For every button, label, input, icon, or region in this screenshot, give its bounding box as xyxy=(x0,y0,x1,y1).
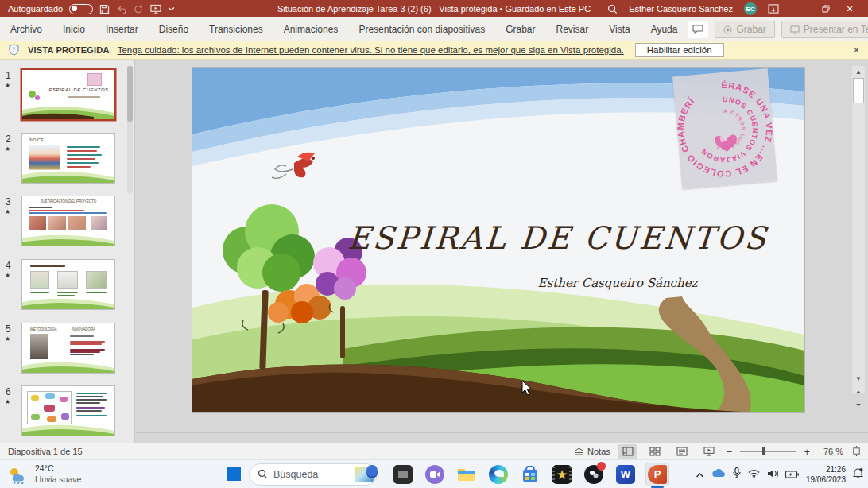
volume-icon[interactable] xyxy=(767,467,778,482)
tab-revisar[interactable]: Revisar xyxy=(546,17,599,41)
edge-browser-icon[interactable] xyxy=(486,463,510,486)
file-explorer-icon[interactable] xyxy=(455,463,479,486)
start-slideshow-icon[interactable] xyxy=(150,4,161,14)
thumb-3-number: 3 xyxy=(6,196,11,207)
tab-animaciones[interactable]: Animaciones xyxy=(273,17,349,41)
slideshow-view-button[interactable] xyxy=(699,444,719,459)
thumbnail-slide-3[interactable]: JUSTIFICACIÓN DEL PROYECTO xyxy=(22,196,114,246)
autosave-toggle[interactable] xyxy=(69,4,93,14)
tab-grabar[interactable]: Grabar xyxy=(495,17,545,41)
tab-vista[interactable]: Vista xyxy=(599,17,640,41)
save-icon[interactable] xyxy=(99,4,110,14)
thumb-1-animation-star: ★ xyxy=(5,82,10,89)
svg-text:ÉRASE UNA VEZ ...EN EL COL: ÉRASE UNA VEZ ...EN EL COLEGIO CHAMBERÍ xyxy=(672,76,777,184)
thumbnail-slide-4[interactable] xyxy=(22,260,114,309)
notification-bell-icon[interactable] xyxy=(853,467,863,482)
scroll-up-icon[interactable]: ▲ xyxy=(852,66,865,77)
svg-text:UNOS CUENTOS VIAJARON: UNOS CUENTOS VIAJARON xyxy=(695,92,762,166)
slide-thumbnail-panel: 1 ★ ESPIRAL DE CUENTOS 2 ★ xyxy=(0,60,135,443)
task-view-app-icon[interactable] xyxy=(391,463,415,486)
redo-icon xyxy=(134,4,144,14)
tray-chevron-icon[interactable] xyxy=(696,467,704,482)
microphone-icon[interactable] xyxy=(733,467,741,482)
tab-diseno[interactable]: Diseño xyxy=(149,17,199,41)
avatar[interactable]: EC xyxy=(744,2,757,15)
tab-transiciones[interactable]: Transiciones xyxy=(199,17,273,41)
thumbnail-scrollbar[interactable] xyxy=(127,66,133,193)
banner-label: VISTA PROTEGIDA xyxy=(28,45,110,55)
zoom-percentage[interactable]: 76 % xyxy=(818,447,843,456)
weather-desc: Lluvia suave xyxy=(35,474,81,485)
video-chat-app-icon[interactable] xyxy=(423,463,447,486)
weather-widget[interactable]: 24°C Lluvia suave xyxy=(0,463,103,484)
reading-view-button[interactable] xyxy=(672,444,692,459)
thumb-6-number: 6 xyxy=(6,386,11,397)
thumbnail-slide-1[interactable]: ESPIRAL DE CUENTOS xyxy=(22,70,114,119)
notes-splitter[interactable] xyxy=(136,432,868,433)
thumbnail-slide-6[interactable] xyxy=(22,386,114,436)
thumbnail-slide-2[interactable]: ÍNDICE xyxy=(22,134,114,183)
zoom-in-icon[interactable]: + xyxy=(804,446,810,458)
weather-icon xyxy=(6,465,30,484)
autosave-label: Autoguardado xyxy=(8,4,63,14)
search-box[interactable]: Búsqueda xyxy=(249,463,378,486)
notes-icon xyxy=(574,447,584,456)
close-button[interactable]: ✕ xyxy=(838,0,862,17)
user-name[interactable]: Esther Casqueiro Sánchez xyxy=(629,4,733,14)
video-editor-app-icon[interactable]: ★ xyxy=(550,463,574,486)
notes-button[interactable]: Notas xyxy=(574,447,610,456)
slide-canvas[interactable]: ÉRASE UNA VEZ ...EN EL COLEGIO CHAMBERÍ … xyxy=(192,68,804,412)
zoom-out-icon[interactable]: − xyxy=(727,446,733,458)
ribbon-tab-bar: Archivo Inicio Insertar Diseño Transicio… xyxy=(0,17,868,41)
slide-scrollbar[interactable]: ▲ ▼ ⏶ ⏷ xyxy=(852,66,865,417)
thumbnail-slide-5[interactable]: METODOLOGÍA INNOVADORA xyxy=(22,323,114,373)
scrollbar-thumb[interactable] xyxy=(853,78,864,103)
tab-presentacion[interactable]: Presentación con diapositivas xyxy=(348,17,495,41)
next-slide-icon[interactable]: ⏷ xyxy=(852,400,865,411)
stamp-heart-icon xyxy=(715,134,738,153)
thumb-4-animation-star: ★ xyxy=(5,272,10,279)
thumb-2-title: ÍNDICE xyxy=(29,137,44,142)
tab-insertar[interactable]: Insertar xyxy=(95,17,149,41)
restore-button[interactable] xyxy=(814,0,838,17)
undo-icon xyxy=(116,4,127,14)
fit-to-window-icon[interactable] xyxy=(851,446,862,458)
slide-sorter-view-button[interactable] xyxy=(645,444,665,459)
banner-close-icon[interactable]: ✕ xyxy=(853,45,860,56)
tab-inicio[interactable]: Inicio xyxy=(52,17,95,41)
title-bar: Situación de Aprendizaje Tarea 3 (2) (6)… xyxy=(0,0,868,17)
ribbon-display-options-icon[interactable] xyxy=(768,4,779,14)
normal-view-button[interactable] xyxy=(618,444,637,459)
obs-recorder-icon[interactable] xyxy=(582,463,606,486)
search-daily-image[interactable] xyxy=(355,467,374,482)
slide-title[interactable]: ESPIRAL DE CUENTOS xyxy=(334,220,781,256)
tray-time: 21:26 xyxy=(806,464,846,474)
enable-editing-button[interactable]: Habilitar edición xyxy=(635,43,724,57)
tab-ayuda[interactable]: Ayuda xyxy=(641,17,688,41)
onedrive-icon[interactable] xyxy=(711,467,726,482)
clock[interactable]: 21:26 19/06/2023 xyxy=(806,464,846,485)
start-button[interactable] xyxy=(227,467,241,481)
story-stamp: ÉRASE UNA VEZ ...EN EL COLEGIO CHAMBERÍ … xyxy=(672,68,777,189)
zoom-slider[interactable] xyxy=(740,451,796,452)
present-in-teams-button: Presentar en Teams xyxy=(781,21,868,38)
taskbar: 24°C Lluvia suave Búsqueda ★ W xyxy=(0,459,868,488)
powerpoint-icon[interactable]: P xyxy=(645,463,669,486)
slide-subtitle[interactable]: Esther Casqueiro Sánchez xyxy=(494,276,741,290)
status-bar: Diapositiva 1 de 15 Notas − + 76 % xyxy=(0,443,868,459)
shield-icon xyxy=(8,44,20,57)
microsoft-store-icon[interactable] xyxy=(518,463,542,486)
wifi-icon[interactable] xyxy=(748,467,760,482)
battery-icon[interactable] xyxy=(785,467,799,482)
word-icon[interactable]: W xyxy=(614,463,637,486)
thumb-2-animation-star: ★ xyxy=(5,145,10,153)
quick-access-dropdown-icon[interactable] xyxy=(168,6,175,11)
comments-icon[interactable] xyxy=(688,21,708,38)
minimize-button[interactable]: — xyxy=(790,0,814,17)
scroll-down-icon[interactable]: ▼ xyxy=(852,373,865,384)
tab-archivo[interactable]: Archivo xyxy=(0,17,52,41)
previous-slide-icon[interactable]: ⏶ xyxy=(852,387,865,398)
banner-message: Tenga cuidado: los archivos de Internet … xyxy=(118,45,624,55)
search-icon[interactable] xyxy=(607,4,618,14)
thumb-2-image xyxy=(29,145,60,170)
